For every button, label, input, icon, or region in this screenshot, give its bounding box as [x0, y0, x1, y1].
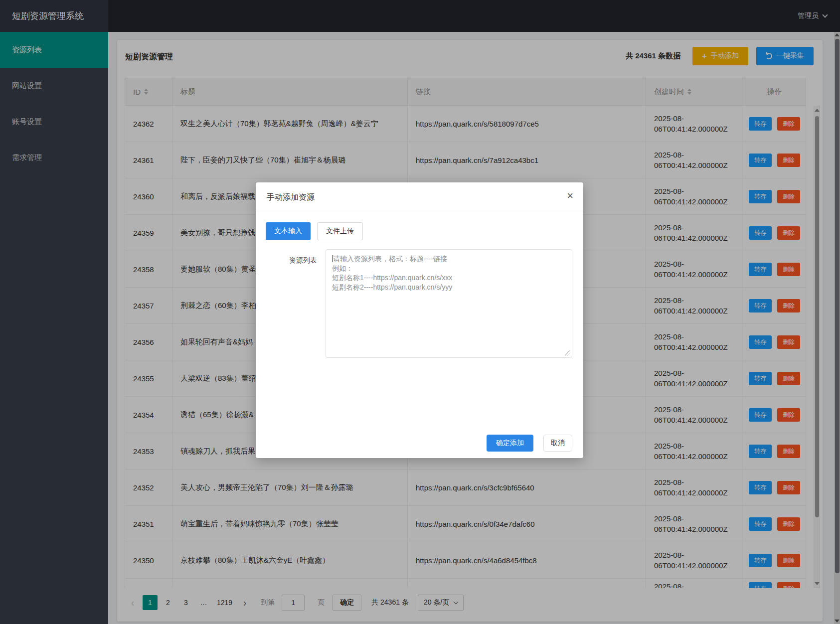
- resource-list-textarea[interactable]: 请输入资源列表，格式：标题----链接例如：短剧名称1----https://p…: [326, 249, 572, 358]
- text-cursor: [332, 255, 333, 262]
- textarea-placeholder-line: 短剧名称1----https://pan.quark.cn/s/xxx: [332, 273, 566, 283]
- resize-handle-icon[interactable]: [565, 350, 570, 356]
- textarea-placeholder-line: 短剧名称2----https://pan.quark.cn/s/yyy: [332, 283, 566, 292]
- modal-confirm-button[interactable]: 确定添加: [487, 435, 533, 452]
- close-icon[interactable]: ×: [567, 190, 573, 201]
- modal-tabs: 文本输入文件上传: [266, 222, 363, 240]
- textarea-placeholder-line: 请输入资源列表，格式：标题----链接: [332, 254, 566, 264]
- resource-list-label: 资源列表: [282, 256, 317, 265]
- app-root: 短剧资源管理系统 资源列表网站设置账号设置需求管理 管理员 短剧资源管理 共 2…: [0, 0, 840, 624]
- manual-add-modal: 手动添加资源 × 文本输入文件上传 资源列表 请输入资源列表，格式：标题----…: [256, 182, 583, 458]
- modal-tab-1[interactable]: 文件上传: [317, 222, 363, 240]
- modal-cancel-button[interactable]: 取消: [543, 435, 572, 452]
- textarea-placeholder-line: 例如：: [332, 264, 566, 273]
- modal-header: 手动添加资源 ×: [256, 182, 583, 211]
- modal-title: 手动添加资源: [267, 192, 315, 203]
- modal-tab-0[interactable]: 文本输入: [266, 222, 311, 240]
